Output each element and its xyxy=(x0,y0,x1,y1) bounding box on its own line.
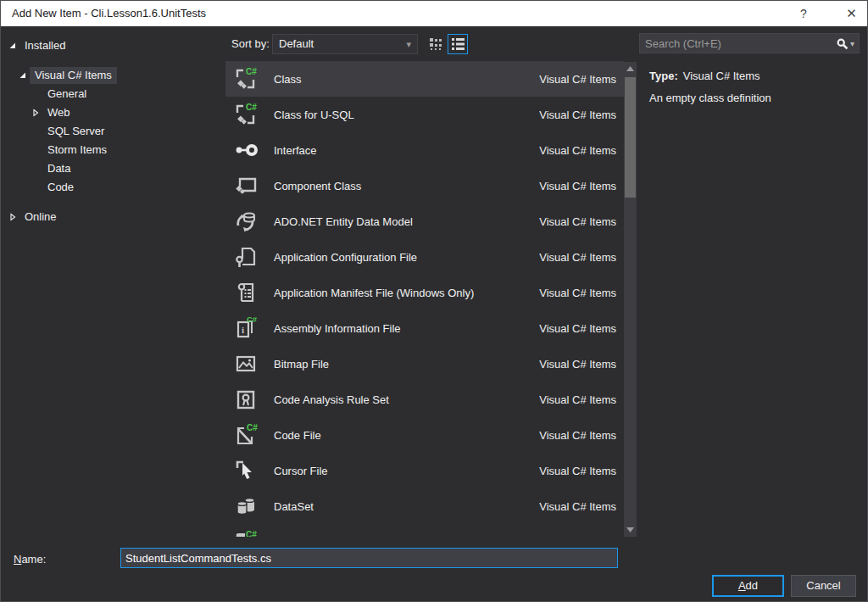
template-name: Bitmap File xyxy=(274,358,539,371)
template-details: Type:Visual C# Items An empty class defi… xyxy=(649,65,855,109)
tree-label: Data xyxy=(47,160,75,177)
list-view-button[interactable] xyxy=(448,34,468,54)
template-category: Visual C# Items xyxy=(539,109,616,121)
scroll-up-icon[interactable] xyxy=(624,62,637,75)
svg-text:C#: C# xyxy=(247,315,258,324)
tree-node-web[interactable]: Web xyxy=(1,103,223,122)
svg-text:i: i xyxy=(242,325,244,335)
interface-icon xyxy=(232,137,259,164)
tree-node-sql-server[interactable]: SQL Server xyxy=(1,122,223,141)
template-category: Visual C# Items xyxy=(539,393,616,406)
search-options-chevron-icon[interactable]: ▾ xyxy=(850,39,854,48)
add-new-item-dialog: Add New Item - Cli.Lesson1.6.UnitTests ?… xyxy=(0,0,868,602)
scrollbar-thumb[interactable] xyxy=(625,77,636,198)
tree-label: General xyxy=(47,86,92,103)
search-box: ▾ xyxy=(639,33,860,53)
tree-node-data[interactable]: Data xyxy=(1,159,223,178)
template-name: ADO.NET Entity Data Model xyxy=(274,215,539,228)
tree-label: Online xyxy=(24,209,62,226)
list-item-bitmap-file[interactable]: Bitmap File Visual C# Items xyxy=(225,346,624,382)
search-icon[interactable] xyxy=(836,37,849,50)
tree-node-storm-items[interactable]: Storm Items xyxy=(1,141,223,159)
tree-label: Storm Items xyxy=(47,142,112,159)
template-name: Application Manifest File (Windows Only) xyxy=(274,287,539,299)
svg-text:C#: C# xyxy=(247,423,258,432)
app-config-file-icon xyxy=(232,243,259,270)
tree-node-code[interactable]: Code xyxy=(1,178,223,197)
svg-text:C#: C# xyxy=(246,67,257,76)
template-name: Class for U-SQL xyxy=(274,109,539,121)
template-description: An empty class definition xyxy=(649,87,855,109)
list-item-dataset[interactable]: DataSet Visual C# Items xyxy=(225,488,624,524)
template-category: Visual C# Items xyxy=(539,322,616,335)
template-category: Visual C# Items xyxy=(539,500,616,513)
list-item-component-class[interactable]: Component Class Visual C# Items xyxy=(225,168,624,203)
list-item-application-configuration-file[interactable]: Application Configuration File Visual C#… xyxy=(225,239,624,275)
template-category: Visual C# Items xyxy=(539,429,616,442)
list-item-debugger-visualizer[interactable]: C# Debugger Visualizer Visual C# Items xyxy=(225,524,624,537)
cancel-button[interactable]: Cancel xyxy=(791,575,856,597)
list-item-ado-net-entity-data-model[interactable]: ADO.NET Entity Data Model Visual C# Item… xyxy=(225,203,624,239)
name-input[interactable] xyxy=(120,548,618,568)
list-item-class-for-usql[interactable]: C# Class for U-SQL Visual C# Items xyxy=(225,97,624,132)
csharp-class-icon: C# xyxy=(232,101,259,128)
template-name: Application Configuration File xyxy=(274,251,539,264)
type-label: Type: xyxy=(649,70,678,82)
entity-data-model-icon xyxy=(232,208,259,235)
chevron-collapsed-icon xyxy=(8,213,17,221)
template-category: Visual C# Items xyxy=(539,73,616,86)
template-name: Code File xyxy=(274,429,539,442)
template-name: DataSet xyxy=(274,500,539,513)
tree-node-general[interactable]: General xyxy=(1,85,223,103)
list-item-cursor-file[interactable]: Cursor File Visual C# Items xyxy=(225,453,624,488)
category-tree: Installed Visual C# Items General Web SQ… xyxy=(1,26,223,542)
template-name: Cursor File xyxy=(274,465,539,477)
tree-node-visual-csharp-items[interactable]: Visual C# Items xyxy=(1,66,223,85)
tree-node-online[interactable]: Online xyxy=(1,208,223,226)
list-item-code-file[interactable]: C# Code File Visual C# Items xyxy=(225,417,624,453)
sort-dropdown[interactable]: Default ▾ xyxy=(272,34,418,54)
type-value: Visual C# Items xyxy=(683,70,760,82)
help-button[interactable]: ? xyxy=(785,1,822,26)
template-category: Visual C# Items xyxy=(539,465,616,477)
small-icons-view-button[interactable] xyxy=(426,34,446,54)
app-manifest-file-icon xyxy=(232,279,259,306)
add-button[interactable]: Add xyxy=(712,575,784,597)
svg-text:C#: C# xyxy=(246,530,257,537)
small-icons-view-icon xyxy=(430,38,442,51)
name-label: Name: xyxy=(14,553,46,566)
csharp-class-icon: C# xyxy=(232,65,259,92)
tree-label: Visual C# Items xyxy=(30,67,117,84)
list-item-class[interactable]: C# Class Visual C# Items xyxy=(225,61,624,97)
template-panel: Sort by: Default ▾ xyxy=(225,26,637,545)
chevron-collapsed-icon xyxy=(31,109,40,117)
sort-by-label: Sort by: xyxy=(231,37,270,50)
debugger-visualizer-icon: C# xyxy=(232,528,259,537)
chevron-expanded-icon xyxy=(8,42,17,50)
list-scrollbar[interactable] xyxy=(624,62,637,537)
chevron-down-icon: ▾ xyxy=(406,35,411,53)
close-button[interactable]: ✕ xyxy=(834,1,868,26)
template-name: Assembly Information File xyxy=(274,322,539,335)
search-input[interactable] xyxy=(640,37,834,50)
assembly-info-file-icon: i C# xyxy=(232,315,259,342)
bitmap-file-icon xyxy=(232,350,259,377)
svg-text:C#: C# xyxy=(246,103,257,112)
tree-node-installed[interactable]: Installed xyxy=(1,36,223,55)
dialog-title: Add New Item - Cli.Lesson1.6.UnitTests xyxy=(12,7,206,20)
template-name: Component Class xyxy=(274,180,539,192)
scroll-down-icon[interactable] xyxy=(624,523,637,537)
tree-label: Web xyxy=(47,104,75,121)
list-item-application-manifest-file[interactable]: Application Manifest File (Windows Only)… xyxy=(225,275,624,310)
sort-dropdown-value: Default xyxy=(279,37,314,50)
details-panel: ▾ Type:Visual C# Items An empty class de… xyxy=(638,26,860,542)
title-bar: Add New Item - Cli.Lesson1.6.UnitTests ?… xyxy=(1,1,867,26)
list-toolbar: Sort by: Default ▾ xyxy=(225,26,637,61)
list-item-assembly-information-file[interactable]: i C# Assembly Information File Visual C#… xyxy=(225,310,624,346)
template-name: Code Analysis Rule Set xyxy=(274,393,539,406)
list-item-code-analysis-rule-set[interactable]: Code Analysis Rule Set Visual C# Items xyxy=(225,382,624,417)
list-item-interface[interactable]: Interface Visual C# Items xyxy=(225,132,624,168)
component-class-icon xyxy=(232,172,259,199)
template-name: Interface xyxy=(274,144,539,157)
dataset-icon xyxy=(232,493,259,520)
